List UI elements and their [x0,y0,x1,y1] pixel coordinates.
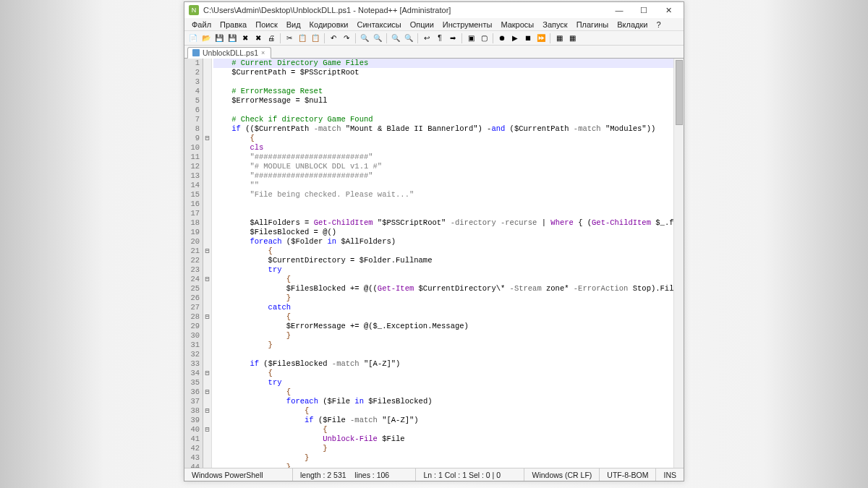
open-icon[interactable]: 📂 [200,33,212,44]
tab-close-icon[interactable]: × [261,49,265,56]
app-icon: N [189,5,199,15]
status-encoding: UTF-8-BOM [600,468,656,481]
stop-icon[interactable]: ⏹ [522,33,534,44]
save-icon[interactable]: 💾 [213,33,225,44]
menu-вкладки[interactable]: Вкладки [613,20,652,30]
close-button[interactable]: ✕ [656,3,681,17]
copy-icon[interactable]: 📋 [297,33,308,44]
file-icon [192,49,200,56]
menu-файл[interactable]: Файл [187,20,216,30]
paste-icon[interactable]: 📋 [310,33,321,44]
allchars-icon[interactable]: ¶ [434,33,446,44]
play-icon[interactable]: ▶ [509,33,521,44]
app-window: N C:\Users\Admin\Desktop\UnblockDLL.ps1 … [184,1,684,481]
undo-icon[interactable]: ↶ [328,33,339,44]
menu-инструменты[interactable]: Инструменты [438,20,497,30]
status-length: length : 2 531 lines : 106 [293,468,416,481]
playback-icon[interactable]: ⏩ [535,33,547,44]
record-icon[interactable]: ⏺ [496,33,508,44]
redo-icon[interactable]: ↷ [341,33,352,44]
saveall-icon[interactable]: 💾 [226,33,238,44]
new-icon[interactable]: 📄 [187,33,199,44]
code-content[interactable]: # Current Directory Game Files $CurrentP… [212,59,673,468]
closeall-icon[interactable]: ✖ [252,33,264,44]
close-icon[interactable]: ✖ [239,33,251,44]
status-eol: Windows (CR LF) [524,468,600,481]
status-position: Ln : 1 Col : 1 Sel : 0 | 0 [416,468,524,481]
menu-поиск[interactable]: Поиск [251,20,281,30]
unfold-icon[interactable]: ▢ [478,33,490,44]
menu-вид[interactable]: Вид [282,20,305,30]
tab-file[interactable]: UnblockDLL.ps1 × [187,47,271,59]
wrap-icon[interactable]: ↩ [421,33,433,44]
line-number-gutter: 1234567891011121314151617181920212223242… [184,59,203,468]
macro2-icon[interactable]: ▦ [566,33,578,44]
macro1-icon[interactable]: ▦ [553,33,565,44]
menu-синтаксисы[interactable]: Синтаксисы [353,20,406,30]
zoomout-icon[interactable]: 🔍 [403,33,414,44]
minimize-button[interactable]: — [607,3,631,17]
window-title: C:\Users\Admin\Desktop\UnblockDLL.ps1 - … [203,6,607,14]
menubar: ФайлПравкаПоискВидКодировкиСинтаксисыОпц… [184,18,684,31]
menu-опции[interactable]: Опции [406,20,438,30]
menu-плагины[interactable]: Плагины [572,20,613,30]
vertical-scrollbar[interactable] [673,59,684,468]
menu-макросы[interactable]: Макросы [496,20,538,30]
menu-?[interactable]: ? [652,20,665,30]
find-icon[interactable]: 🔍 [359,33,370,44]
status-language: Windows PowerShell [184,468,293,481]
titlebar[interactable]: N C:\Users\Admin\Desktop\UnblockDLL.ps1 … [184,2,684,18]
toolbar: 📄📂💾💾✖✖🖨✂📋📋↶↷🔍🔍🔍🔍↩¶➡▣▢⏺▶⏹⏩▦▦ [184,31,684,46]
maximize-button[interactable]: ☐ [631,3,656,17]
indent-icon[interactable]: ➡ [447,33,459,44]
menu-правка[interactable]: Правка [216,20,251,30]
fold-icon[interactable]: ▣ [465,33,477,44]
editor-area[interactable]: 1234567891011121314151617181920212223242… [184,59,684,468]
tab-bar: UnblockDLL.ps1 × [184,46,684,59]
statusbar: Windows PowerShell length : 2 531 lines … [184,468,684,481]
print-icon[interactable]: 🖨 [265,33,277,44]
menu-кодировки[interactable]: Кодировки [305,20,353,30]
replace-icon[interactable]: 🔍 [372,33,383,44]
zoomin-icon[interactable]: 🔍 [390,33,401,44]
cut-icon[interactable]: ✂ [284,33,295,44]
tab-label: UnblockDLL.ps1 [203,48,258,57]
scrollbar-thumb[interactable] [676,60,683,125]
menu-запуск[interactable]: Запуск [538,20,571,30]
status-insert-mode: INS [656,468,684,481]
fold-column[interactable]: ⊟⊟⊟⊟⊟⊟⊟⊟⊟⊟ [203,59,212,468]
